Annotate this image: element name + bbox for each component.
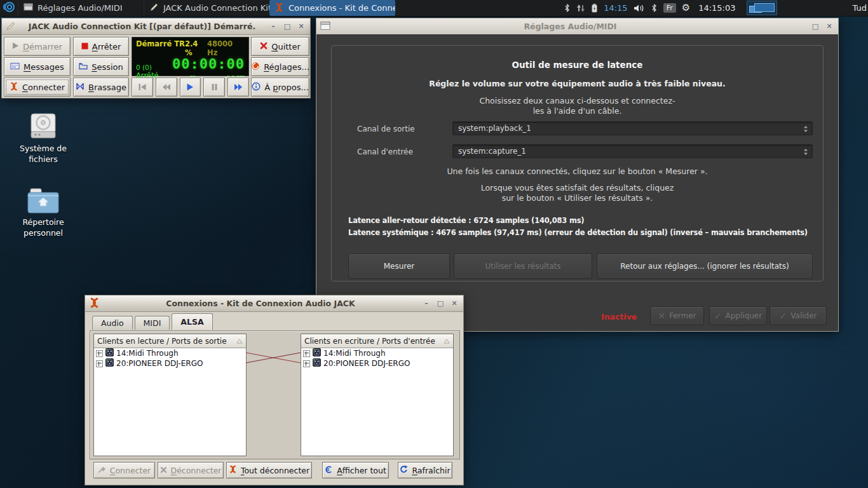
taskbar-item-connexions[interactable]: Connexions - Kit de Conne...: [269, 0, 395, 16]
rewind-to-start-button[interactable]: [132, 78, 153, 97]
client-label: 20:PIONEER DDJ-ERGO: [323, 359, 410, 368]
settings-gear-icon[interactable]: ⚙: [682, 3, 690, 13]
latency-systemic-result: Latence systémique : 4676 samples (97,41…: [348, 227, 808, 239]
close-dialog-button[interactable]: ✕ Fermer: [650, 306, 704, 325]
client-row-midi-through[interactable]: 14:Midi Through: [301, 348, 453, 358]
expand-toggle[interactable]: [303, 350, 310, 357]
dsp-load: 2.4 %: [185, 39, 207, 57]
home-folder-icon: [27, 207, 59, 217]
jack-logo-icon: [89, 297, 100, 310]
about-button[interactable]: À propos...: [251, 78, 309, 97]
messages-icon: [10, 62, 20, 72]
close-button[interactable]: ✕: [824, 22, 834, 30]
taskbar-clock[interactable]: 14:15:03: [698, 3, 735, 13]
settings-button[interactable]: Réglages...: [251, 57, 309, 76]
taskbar: Réglages Audio/MIDI JACK Audio Connectio…: [0, 0, 868, 17]
button-label: Déconnecter: [171, 466, 222, 475]
tab-audio[interactable]: Audio: [92, 316, 133, 330]
start-button[interactable]: Démarrer: [4, 37, 71, 56]
jack-status-display: Démarré TR 2.4 % 48000 Hz 0 (0) 00:00:00…: [132, 37, 249, 76]
connections-titlebar[interactable]: Connexions - Kit de Connexion Audio JACK…: [85, 295, 463, 312]
workspace-switcher[interactable]: [747, 1, 777, 15]
client-row-pioneer-ddj-ergo[interactable]: 20:PIONEER DDJ-ERGO: [94, 358, 246, 369]
close-x-icon: ✕: [658, 311, 665, 321]
taskbar-item-label: Réglages Audio/MIDI: [37, 3, 123, 13]
button-label: Réglages...: [264, 62, 309, 72]
system-tray: 14:15 Fr ⚙ 14:15:03 Tud: [564, 0, 868, 16]
close-button[interactable]: ✕: [296, 22, 306, 30]
tab-alsa[interactable]: ALSA: [172, 313, 212, 330]
taskbar-item-label: JACK Audio Connection Kit...: [163, 3, 269, 13]
applications-menu-button[interactable]: [0, 0, 18, 16]
volume-icon[interactable]: [634, 4, 645, 13]
backward-button[interactable]: [156, 78, 177, 97]
transport-flag: TR: [174, 39, 185, 48]
maximize-button[interactable]: □: [810, 22, 820, 30]
workspace-thumbnail[interactable]: [754, 3, 775, 12]
bluetooth-icon[interactable]: [651, 3, 658, 13]
satisfied-note-line2: sur le bouton « Utiliser les résultats »…: [332, 193, 823, 203]
input-channel-select[interactable]: system:capture_1: [452, 144, 813, 158]
back-to-settings-button[interactable]: Retour aux réglages... (ignorer les résu…: [597, 254, 813, 279]
forward-button[interactable]: [227, 78, 249, 97]
patchbay-button[interactable]: Brassage: [73, 78, 129, 97]
use-results-button[interactable]: Utiliser les résultats: [454, 254, 592, 279]
apply-button[interactable]: ✓ Appliquer: [709, 306, 767, 325]
jack-titlebar[interactable]: JACK Audio Connection Kit [(par défaut)]…: [2, 18, 310, 35]
tray-time-label[interactable]: 14:15: [604, 3, 627, 13]
maximize-button[interactable]: □: [282, 22, 292, 30]
ok-button[interactable]: ✓ Valider: [770, 306, 827, 325]
keyboard-layout-badge[interactable]: Fr: [663, 3, 676, 13]
output-channel-select[interactable]: system:playback_1: [452, 121, 813, 135]
expand-all-icon: [325, 466, 333, 475]
pause-button[interactable]: [203, 78, 225, 97]
expand-toggle[interactable]: [303, 360, 310, 367]
input-channel-label: Canal d'entrée: [357, 147, 413, 156]
measure-button[interactable]: Mesurer: [348, 254, 450, 279]
battery-charging-icon[interactable]: [591, 3, 598, 13]
minimize-button[interactable]: –: [268, 22, 278, 30]
xrun-count: 0 (0): [136, 64, 152, 71]
panel-heading: Outil de mesure de latence: [332, 60, 823, 70]
choose-note-line1: Choisissez deux canaux ci-dessous et con…: [332, 96, 823, 105]
expand-toggle[interactable]: [96, 360, 103, 367]
session-button[interactable]: Session: [73, 57, 129, 76]
connect-button[interactable]: Connecter: [4, 78, 71, 97]
desktop-icon-label: Répertoire personnel: [14, 217, 72, 238]
selected-output-channel: system:playback_1: [458, 124, 531, 133]
disconnect-all-button[interactable]: Tout déconnecter: [226, 462, 312, 478]
disconnect-ports-button[interactable]: Déconnecter: [158, 462, 224, 478]
jack-logo-icon: [229, 465, 237, 475]
connection-lines: [246, 334, 301, 456]
messages-button[interactable]: Messages: [4, 57, 71, 76]
taskbar-item-reglages-audio-midi[interactable]: Réglages Audio/MIDI: [18, 0, 144, 16]
taskbar-item-jack-audio-connection-kit[interactable]: JACK Audio Connection Kit...: [144, 0, 269, 16]
desktop-icon-filesystem[interactable]: Système de fichiers: [14, 112, 72, 165]
settings-titlebar[interactable]: Réglages Audio/MIDI □ ✕: [316, 18, 838, 35]
client-row-pioneer-ddj-ergo[interactable]: 20:PIONEER DDJ-ERGO: [301, 358, 453, 369]
jack-main-window: JACK Audio Connection Kit [(par défaut)]…: [1, 18, 311, 98]
window-icon: [320, 21, 330, 32]
button-label: À propos...: [264, 83, 309, 92]
readable-clients-header[interactable]: Clients en lecture / Ports de sortie: [94, 334, 246, 348]
play-icon: [12, 42, 19, 51]
close-button[interactable]: ✕: [449, 299, 459, 308]
client-row-midi-through[interactable]: 14:Midi Through: [94, 348, 246, 358]
expand-toggle[interactable]: [96, 350, 103, 357]
minimize-button[interactable]: –: [421, 299, 431, 308]
tab-midi[interactable]: MIDI: [135, 316, 170, 330]
settings-body: Outil de mesure de latence Réglez le vol…: [316, 34, 838, 331]
writable-clients-header[interactable]: Clients en ecriture / Ports d'entrée: [301, 334, 453, 348]
username-label[interactable]: Tud: [853, 3, 867, 13]
quit-button[interactable]: Quitter: [251, 37, 309, 56]
refresh-button[interactable]: Rafraîchir: [398, 462, 452, 478]
network-transfer-arrows-icon[interactable]: [576, 4, 585, 13]
maximize-button[interactable]: □: [435, 299, 445, 308]
connect-ports-button[interactable]: Connecter: [93, 462, 155, 478]
show-all-button[interactable]: Afficher tout: [322, 462, 389, 478]
stop-button[interactable]: Arrêter: [73, 37, 129, 56]
play-button[interactable]: [180, 78, 201, 97]
sort-indicator-icon: [236, 339, 243, 344]
bluetooth-icon[interactable]: [564, 3, 571, 13]
desktop-icon-home[interactable]: Répertoire personnel: [14, 187, 72, 238]
